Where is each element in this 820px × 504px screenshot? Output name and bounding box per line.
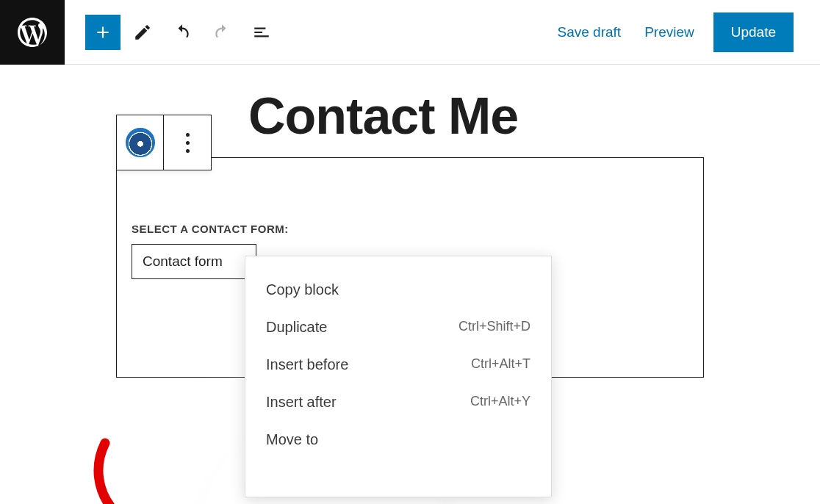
block-type-button[interactable] xyxy=(117,115,164,170)
wordpress-logo[interactable] xyxy=(0,0,65,65)
menu-duplicate[interactable]: Duplicate Ctrl+Shift+D xyxy=(245,309,551,346)
menu-item-shortcut: Ctrl+Alt+T xyxy=(471,356,531,373)
page-title[interactable]: Contact Me xyxy=(248,87,704,145)
menu-item-shortcut: Ctrl+Alt+Y xyxy=(470,394,531,411)
redo-button[interactable] xyxy=(204,15,240,50)
save-draft-button[interactable]: Save draft xyxy=(553,24,626,41)
undo-icon xyxy=(173,23,192,42)
more-options-icon xyxy=(186,133,190,153)
menu-move-to[interactable]: Move to xyxy=(245,421,551,458)
outline-button[interactable] xyxy=(244,15,279,50)
menu-item-label: Move to xyxy=(266,431,318,448)
pencil-icon xyxy=(133,23,152,42)
block-options-button[interactable] xyxy=(164,115,211,170)
wordpress-icon xyxy=(15,15,50,50)
menu-separator xyxy=(245,458,551,476)
add-block-button[interactable] xyxy=(85,15,121,50)
update-button[interactable]: Update xyxy=(713,12,794,52)
contact-form-7-icon xyxy=(126,128,155,157)
select-form-label: SELECT A CONTACT FORM: xyxy=(132,223,688,235)
form-select[interactable]: Contact form xyxy=(132,244,256,279)
annotation-arrow-icon xyxy=(87,436,241,504)
preview-button[interactable]: Preview xyxy=(640,24,699,41)
menu-insert-before[interactable]: Insert before Ctrl+Alt+T xyxy=(245,346,551,384)
edit-mode-button[interactable] xyxy=(125,15,160,50)
menu-insert-after[interactable]: Insert after Ctrl+Alt+Y xyxy=(245,384,551,421)
list-icon xyxy=(252,23,271,42)
editor-canvas: Contact Me SELECT A CONTACT FORM: Contac… xyxy=(0,65,820,504)
menu-item-label: Copy block xyxy=(266,281,339,298)
menu-item-label: Insert after xyxy=(266,394,337,411)
menu-copy-block[interactable]: Copy block xyxy=(245,271,551,309)
block-toolbar xyxy=(116,115,212,170)
toolbar-right: Save draft Preview Update xyxy=(553,12,820,52)
undo-button[interactable] xyxy=(165,15,200,50)
menu-item-shortcut: Ctrl+Shift+D xyxy=(458,319,531,336)
plus-icon xyxy=(93,23,112,42)
editor-top-bar: Save draft Preview Update xyxy=(0,0,820,65)
toolbar-left xyxy=(85,15,279,50)
block-context-menu: Copy block Duplicate Ctrl+Shift+D Insert… xyxy=(245,256,552,497)
menu-item-label: Insert before xyxy=(266,356,348,373)
menu-item-label: Duplicate xyxy=(266,319,327,336)
redo-icon xyxy=(212,23,231,42)
